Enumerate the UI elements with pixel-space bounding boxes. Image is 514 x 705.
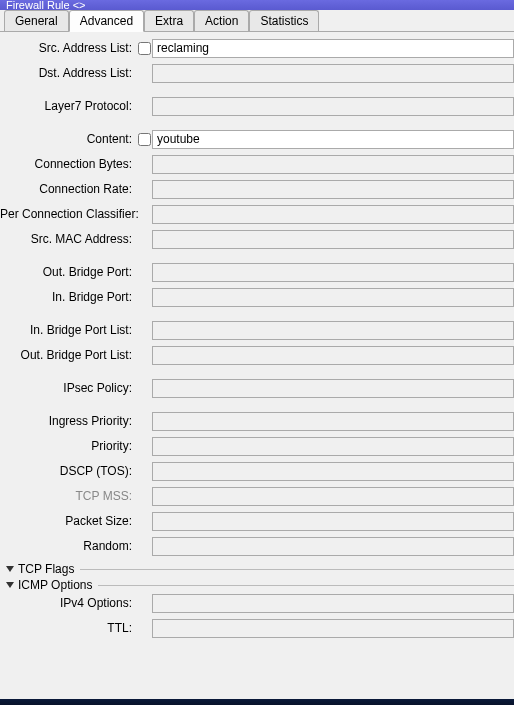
label-src-mac-address: Src. MAC Address: [0,232,136,246]
in-bridge-port-input[interactable] [152,288,514,307]
label-in-bridge-port: In. Bridge Port: [0,290,136,304]
tab-statistics[interactable]: Statistics [249,10,319,31]
label-per-connection-classifier: Per Connection Classifier: [0,207,136,221]
label-ipv4-options: IPv4 Options: [0,596,136,610]
label-dst-address-list: Dst. Address List: [0,66,136,80]
group-icmp-options[interactable]: ICMP Options [0,577,514,593]
label-packet-size: Packet Size: [0,514,136,528]
tab-general[interactable]: General [4,10,69,31]
window-bottom-edge [0,699,514,705]
layer7-protocol-input[interactable] [152,97,514,116]
label-dscp-tos: DSCP (TOS): [0,464,136,478]
ttl-input[interactable] [152,619,514,638]
group-tcp-flags[interactable]: TCP Flags [0,561,514,577]
tab-advanced[interactable]: Advanced [69,10,144,32]
invert-content-checkbox[interactable] [138,133,151,146]
connection-bytes-input[interactable] [152,155,514,174]
invert-src-address-list-checkbox[interactable] [138,42,151,55]
tab-extra[interactable]: Extra [144,10,194,31]
ingress-priority-input[interactable] [152,412,514,431]
tabs-bar: General Advanced Extra Action Statistics [0,10,514,32]
label-ttl: TTL: [0,621,136,635]
packet-size-input[interactable] [152,512,514,531]
window-title-bar: Firewall Rule <> [0,0,514,10]
label-content: Content: [0,132,136,146]
out-bridge-port-list-input[interactable] [152,346,514,365]
label-tcp-mss: TCP MSS: [0,489,136,503]
src-address-list-input[interactable] [152,39,514,58]
label-connection-rate: Connection Rate: [0,182,136,196]
window-title: Firewall Rule <> [6,0,85,10]
src-mac-address-input[interactable] [152,230,514,249]
tab-action[interactable]: Action [194,10,249,31]
label-connection-bytes: Connection Bytes: [0,157,136,171]
label-src-address-list: Src. Address List: [0,41,136,55]
ipv4-options-input[interactable] [152,594,514,613]
group-icmp-options-label: ICMP Options [18,578,92,592]
label-in-bridge-port-list: In. Bridge Port List: [0,323,136,337]
label-priority: Priority: [0,439,136,453]
connection-rate-input[interactable] [152,180,514,199]
chevron-down-icon [6,566,14,572]
tab-content-advanced: Src. Address List: Dst. Address List: La… [0,32,514,699]
dscp-tos-input[interactable] [152,462,514,481]
tcp-mss-input[interactable] [152,487,514,506]
divider [98,585,514,586]
per-connection-classifier-input[interactable] [152,205,514,224]
label-out-bridge-port: Out. Bridge Port: [0,265,136,279]
content-input[interactable] [152,130,514,149]
group-tcp-flags-label: TCP Flags [18,562,74,576]
out-bridge-port-input[interactable] [152,263,514,282]
label-layer7-protocol: Layer7 Protocol: [0,99,136,113]
dst-address-list-input[interactable] [152,64,514,83]
in-bridge-port-list-input[interactable] [152,321,514,340]
ipsec-policy-input[interactable] [152,379,514,398]
priority-input[interactable] [152,437,514,456]
label-out-bridge-port-list: Out. Bridge Port List: [0,348,136,362]
label-ipsec-policy: IPsec Policy: [0,381,136,395]
divider [80,569,514,570]
label-random: Random: [0,539,136,553]
random-input[interactable] [152,537,514,556]
chevron-down-icon [6,582,14,588]
label-ingress-priority: Ingress Priority: [0,414,136,428]
